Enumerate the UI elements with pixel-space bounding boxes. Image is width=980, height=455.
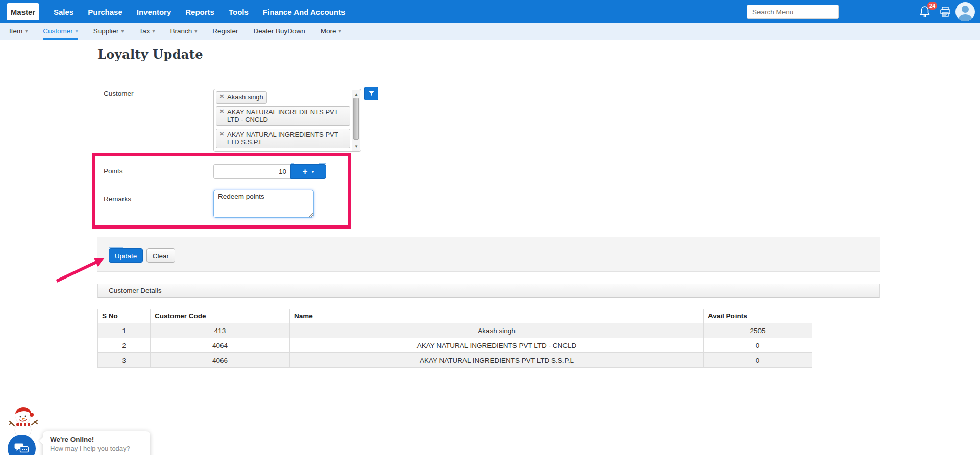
nav-item-reports[interactable]: Reports — [185, 8, 214, 16]
nav-item-sales[interactable]: Sales — [54, 8, 74, 16]
cell-customer-code: 4064 — [151, 338, 290, 353]
col-header-customer-code: Customer Code — [151, 309, 290, 323]
remove-tag-icon[interactable]: ✕ — [219, 131, 224, 137]
cell-sno: 3 — [98, 353, 151, 368]
nav-item-inventory[interactable]: Inventory — [137, 8, 172, 16]
cell-avail-points: 2505 — [704, 323, 812, 338]
subnav-item-branch[interactable]: Branch ▾ — [170, 23, 197, 40]
remarks-textarea[interactable]: Redeem points — [213, 190, 314, 218]
subnav-label: Item — [9, 27, 22, 35]
multiselect-scrollbar[interactable]: ▲ ▼ — [352, 90, 360, 151]
table-row[interactable]: 3 4066 AKAY NATURAL INGREDIENTS PVT LTD … — [98, 353, 812, 368]
chevron-down-icon: ▾ — [25, 28, 28, 34]
snowman-mascot — [9, 403, 39, 436]
tooltip-arrow — [39, 437, 46, 444]
points-label: Points — [104, 167, 123, 175]
notification-count-badge: 24 — [927, 2, 937, 10]
cell-name: AKAY NATURAL INGREDIENTS PVT LTD S.S.P.L — [290, 353, 704, 368]
scrollbar-thumb[interactable] — [353, 98, 359, 140]
printer-icon[interactable] — [940, 7, 952, 18]
nav-item-tools[interactable]: Tools — [229, 8, 249, 16]
subnav-item-supplier[interactable]: Supplier ▾ — [93, 23, 124, 40]
customer-details-header: Customer Details — [97, 284, 880, 298]
customer-filter-button[interactable] — [364, 87, 378, 100]
chevron-down-icon: ▾ — [339, 28, 341, 34]
actions-band — [97, 237, 880, 272]
customer-tag-label: AKAY NATURAL INGREDIENTS PVT LTD S.S.P.L — [227, 131, 338, 146]
divider — [97, 77, 880, 77]
nav-item-master[interactable]: Master — [7, 3, 39, 20]
subnav-label: Register — [212, 27, 238, 35]
chevron-down-icon: ▾ — [311, 169, 314, 174]
remove-tag-icon[interactable]: ✕ — [219, 93, 224, 100]
cell-customer-code: 413 — [151, 323, 290, 338]
points-input[interactable] — [213, 164, 290, 179]
plus-icon: + — [303, 167, 308, 176]
customer-label: Customer — [104, 90, 134, 97]
chat-launcher-button[interactable] — [8, 435, 36, 455]
subnav-item-dealer-buydown[interactable]: Dealer BuyDown — [254, 23, 305, 40]
scroll-up-icon[interactable]: ▲ — [352, 91, 360, 98]
subnav-label: Tax — [139, 27, 150, 35]
customer-details-table: S No Customer Code Name Avail Points 1 4… — [97, 309, 812, 368]
chevron-down-icon: ▾ — [194, 28, 197, 34]
table-header-row: S No Customer Code Name Avail Points — [98, 309, 812, 323]
subnav-item-customer[interactable]: Customer ▾ — [43, 23, 78, 40]
master-sub-nav: Item ▾ Customer ▾ Supplier ▾ Tax ▾ Branc… — [0, 23, 980, 40]
customer-tag-label: AKAY NATURAL INGREDIENTS PVT LTD - CNCLD — [227, 108, 338, 124]
chat-help-text: How may I help you today? — [50, 445, 143, 452]
remove-tag-icon[interactable]: ✕ — [219, 108, 224, 115]
cell-customer-code: 4066 — [151, 353, 290, 368]
chevron-down-icon: ▾ — [76, 28, 78, 34]
subnav-label: More — [321, 27, 336, 35]
subnav-label: Branch — [170, 27, 192, 35]
nav-item-purchase[interactable]: Purchase — [88, 8, 122, 16]
chat-status-tooltip[interactable]: We're Online! How may I help you today? — [43, 431, 150, 455]
points-add-dropdown-button[interactable]: + ▾ — [290, 164, 326, 179]
nav-item-finance[interactable]: Finance And Accounts — [263, 8, 345, 16]
cell-name: AKAY NATURAL INGREDIENTS PVT LTD - CNCLD — [290, 338, 704, 353]
cell-sno: 1 — [98, 323, 151, 338]
update-button[interactable]: Update — [109, 248, 143, 263]
subnav-label: Customer — [43, 27, 73, 35]
subnav-label: Supplier — [93, 27, 119, 35]
cell-sno: 2 — [98, 338, 151, 353]
customer-tag-label: Akash singh — [227, 93, 263, 101]
customer-tag: ✕ AKAY NATURAL INGREDIENTS PVT LTD S.S.P… — [216, 129, 350, 148]
page-title: Loyalty Update — [97, 47, 203, 62]
col-header-sno: S No — [98, 309, 151, 323]
chat-bubbles-icon — [14, 442, 30, 455]
subnav-item-tax[interactable]: Tax ▾ — [139, 23, 155, 40]
remarks-label: Remarks — [104, 195, 131, 203]
col-header-avail-points: Avail Points — [704, 309, 812, 323]
cell-name: Akash singh — [290, 323, 704, 338]
customer-multiselect[interactable]: ✕ Akash singh ✕ AKAY NATURAL INGREDIENTS… — [213, 89, 361, 152]
user-avatar[interactable] — [955, 2, 975, 21]
customer-tag: ✕ Akash singh — [216, 91, 267, 104]
search-input[interactable] — [747, 5, 839, 19]
funnel-icon — [368, 90, 375, 97]
selected-customer-tags: ✕ Akash singh ✕ AKAY NATURAL INGREDIENTS… — [216, 91, 350, 149]
customer-tag: ✕ AKAY NATURAL INGREDIENTS PVT LTD - CNC… — [216, 106, 350, 126]
table-row[interactable]: 2 4064 AKAY NATURAL INGREDIENTS PVT LTD … — [98, 338, 812, 353]
table-row[interactable]: 1 413 Akash singh 2505 — [98, 323, 812, 338]
scroll-down-icon[interactable]: ▼ — [352, 143, 360, 150]
chat-status-text: We're Online! — [50, 436, 143, 443]
subnav-item-item[interactable]: Item ▾ — [9, 23, 28, 40]
loyalty-update-page: Master Sales Purchase Inventory Reports … — [0, 0, 980, 455]
subnav-item-more[interactable]: More ▾ — [321, 23, 341, 40]
subnav-item-register[interactable]: Register — [212, 23, 238, 40]
chevron-down-icon: ▾ — [121, 28, 124, 34]
chevron-down-icon: ▾ — [152, 28, 155, 34]
subnav-label: Dealer BuyDown — [254, 27, 305, 35]
cell-avail-points: 0 — [704, 338, 812, 353]
col-header-name: Name — [290, 309, 704, 323]
cell-avail-points: 0 — [704, 353, 812, 368]
clear-button[interactable]: Clear — [146, 248, 175, 263]
